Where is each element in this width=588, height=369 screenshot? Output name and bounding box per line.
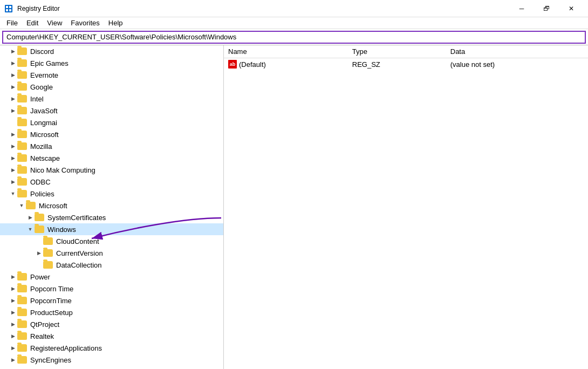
restore-button[interactable]: 🗗 bbox=[534, 0, 559, 17]
app-icon bbox=[4, 4, 13, 13]
node-label: Epic Games bbox=[29, 59, 69, 67]
chevron-icon bbox=[26, 213, 35, 222]
node-label: CloudContent bbox=[55, 237, 99, 245]
node-label: Intel bbox=[29, 95, 44, 103]
reg-value-type: REG_SZ bbox=[348, 58, 446, 71]
folder-icon bbox=[17, 71, 27, 79]
window-controls: ─ 🗗 ✕ bbox=[509, 0, 584, 17]
tree-node-popcorntime[interactable]: PopcornTime bbox=[0, 295, 223, 306]
svg-rect-3 bbox=[6, 9, 8, 11]
folder-icon bbox=[35, 226, 44, 233]
address-input[interactable] bbox=[2, 31, 586, 44]
tree-node-epic-games[interactable]: Epic Games bbox=[0, 57, 223, 69]
node-label: Google bbox=[29, 83, 53, 91]
node-label: Power bbox=[29, 273, 50, 281]
folder-icon bbox=[17, 344, 27, 352]
tree-node-windows[interactable]: Windows bbox=[0, 223, 223, 235]
node-label: PopcornTime bbox=[29, 297, 72, 305]
chevron-icon bbox=[9, 142, 17, 151]
tree-node-nico-mak[interactable]: Nico Mak Computing bbox=[0, 164, 223, 176]
folder-icon bbox=[43, 249, 53, 257]
chevron-icon bbox=[9, 47, 17, 56]
tree-node-evernote[interactable]: Evernote bbox=[0, 69, 223, 81]
tree-node-productsetup[interactable]: ProductSetup bbox=[0, 306, 223, 318]
folder-icon bbox=[43, 237, 53, 245]
folder-icon bbox=[26, 202, 36, 209]
tree-node-datacollection[interactable]: DataCollection bbox=[0, 259, 223, 271]
tree-node-mozilla[interactable]: Mozilla bbox=[0, 140, 223, 152]
menu-bar: File Edit View Favorites Help bbox=[0, 17, 588, 29]
folder-icon bbox=[17, 332, 27, 340]
node-label: Longmai bbox=[29, 119, 57, 127]
svg-rect-2 bbox=[9, 6, 11, 8]
tree-node-policies[interactable]: Policies bbox=[0, 188, 223, 200]
node-label: QtProject bbox=[29, 320, 59, 329]
folder-icon bbox=[17, 285, 27, 292]
folder-icon bbox=[17, 356, 27, 364]
node-label: Realtek bbox=[29, 332, 54, 340]
window-title: Registry Editor bbox=[17, 5, 509, 12]
chevron-icon bbox=[26, 225, 35, 234]
tree-node-google[interactable]: Google bbox=[0, 81, 223, 93]
tree-node-netscape[interactable]: Netscape bbox=[0, 152, 223, 164]
chevron-icon bbox=[9, 320, 17, 329]
node-label: Windows bbox=[46, 226, 76, 234]
chevron-icon bbox=[35, 249, 43, 257]
title-bar: Registry Editor ─ 🗗 ✕ bbox=[0, 0, 588, 17]
col-header-type: Type bbox=[348, 45, 446, 58]
tree-node-discord[interactable]: Discord bbox=[0, 45, 223, 57]
chevron-icon bbox=[9, 356, 17, 364]
menu-help[interactable]: Help bbox=[104, 18, 127, 28]
chevron-icon bbox=[9, 130, 17, 139]
folder-icon bbox=[17, 95, 27, 102]
chevron-icon bbox=[17, 201, 26, 210]
node-label: ProductSetup bbox=[29, 309, 73, 317]
menu-edit[interactable]: Edit bbox=[22, 18, 43, 28]
tree-node-regapps[interactable]: RegisteredApplications bbox=[0, 342, 223, 354]
tree-node-syncengines[interactable]: SyncEngines bbox=[0, 354, 223, 366]
tree-node-intel[interactable]: Intel bbox=[0, 93, 223, 105]
node-label: Policies bbox=[29, 190, 54, 198]
menu-view[interactable]: View bbox=[43, 18, 66, 28]
folder-icon bbox=[17, 47, 27, 55]
tree-node-microsoft[interactable]: Microsoft bbox=[0, 128, 223, 140]
tree-node-popcorn-time[interactable]: Popcorn Time bbox=[0, 283, 223, 295]
svg-rect-1 bbox=[6, 6, 8, 8]
tree-node-realtek[interactable]: Realtek bbox=[0, 330, 223, 342]
node-label: ODBC bbox=[29, 178, 51, 186]
svg-rect-4 bbox=[9, 9, 11, 11]
tree-node-currentversion[interactable]: CurrentVersion bbox=[0, 247, 223, 259]
chevron-icon bbox=[9, 166, 17, 174]
table-row[interactable]: ab (Default) REG_SZ (value not set) bbox=[224, 58, 588, 71]
menu-file[interactable]: File bbox=[2, 18, 22, 28]
chevron-icon bbox=[9, 272, 17, 281]
tree-node-policies-microsoft[interactable]: Microsoft bbox=[0, 200, 223, 211]
folder-icon bbox=[17, 119, 27, 126]
tree-node-cloudcontent[interactable]: CloudContent bbox=[0, 235, 223, 247]
folder-icon bbox=[35, 214, 44, 221]
node-label: Discord bbox=[29, 47, 54, 56]
menu-favorites[interactable]: Favorites bbox=[66, 18, 104, 28]
node-label: Nico Mak Computing bbox=[29, 166, 95, 174]
node-label: Microsoft bbox=[38, 202, 67, 210]
tree-node-odbc[interactable]: ODBC bbox=[0, 176, 223, 188]
node-label: Mozilla bbox=[29, 142, 52, 151]
close-button[interactable]: ✕ bbox=[559, 0, 584, 17]
tree-node-systemcerts[interactable]: SystemCertificates bbox=[0, 211, 223, 223]
tree-node-longmai[interactable]: Longmai bbox=[0, 117, 223, 128]
minimize-button[interactable]: ─ bbox=[509, 0, 534, 17]
tree-node-power[interactable]: Power bbox=[0, 271, 223, 283]
chevron-icon bbox=[9, 71, 17, 79]
chevron-icon bbox=[9, 177, 17, 186]
tree-node-javasoft[interactable]: JavaSoft bbox=[0, 105, 223, 117]
chevron-icon bbox=[9, 308, 17, 317]
chevron-icon bbox=[9, 154, 17, 162]
tree-node-qtproject[interactable]: QtProject bbox=[0, 318, 223, 330]
tree-panel[interactable]: Discord Epic Games Evernote Google Intel bbox=[0, 45, 224, 369]
folder-icon bbox=[17, 190, 27, 197]
node-label: Evernote bbox=[29, 71, 58, 79]
node-label: RegisteredApplications bbox=[29, 344, 102, 352]
node-label: Popcorn Time bbox=[29, 285, 73, 293]
folder-icon bbox=[17, 309, 27, 316]
folder-icon bbox=[17, 178, 27, 186]
